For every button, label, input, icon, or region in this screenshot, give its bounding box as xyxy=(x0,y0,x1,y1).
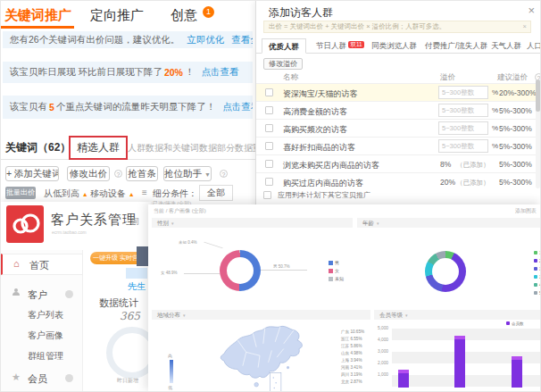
premium-input[interactable] xyxy=(438,121,488,135)
tab-creative[interactable]: 创意 xyxy=(171,7,197,24)
gender-panel: 性别▾ 未知 0.4% 女 48.9% 男 50.7% 男 女 未知 xyxy=(152,218,353,307)
sidebar-item-customer-profile[interactable]: 客户画像 xyxy=(28,329,63,342)
visualmap-gradient[interactable] xyxy=(170,360,173,383)
tab-targeted-promo[interactable]: 定向推广 xyxy=(90,7,144,24)
age-donut-chart xyxy=(425,251,466,292)
apply-checkbox[interactable] xyxy=(263,191,271,199)
panel-caret-icon: ▾ xyxy=(405,313,408,318)
sort-low-to-high[interactable]: 从低到高 ▲ xyxy=(44,188,88,200)
callout-unknown: 未知 0.4% xyxy=(179,240,197,245)
add-keyword-button[interactable]: + 添加关键词 xyxy=(5,166,59,181)
audience-table-header: 名称 溢价 建议溢价 ? xyxy=(256,72,541,83)
scrollbar-track[interactable] xyxy=(536,79,540,188)
south-china-sea-inset xyxy=(270,372,280,391)
tab-demographic-audience[interactable]: 人口属性人群 xyxy=(520,38,541,54)
crm-subtitle: ecrm.taobao.com xyxy=(52,229,87,235)
tab-similar-browse-audience[interactable]: 同类浏览人群 xyxy=(365,38,423,54)
click-view-link[interactable]: 点击查看 xyxy=(222,101,253,113)
panel-title: 地域分布 xyxy=(157,312,180,318)
legend-item[interactable]: 25-29岁 xyxy=(534,258,541,263)
filter-label: 细分条件： xyxy=(153,188,197,200)
province-rank-item: 浙江 6.55% xyxy=(341,337,362,341)
callout-line xyxy=(261,270,307,271)
row-checkbox[interactable] xyxy=(265,142,273,150)
row-checkbox[interactable] xyxy=(265,178,273,186)
legend-item[interactable]: 30-34岁 xyxy=(534,266,541,271)
premium-value: 20% xyxy=(440,178,455,187)
dismiss-icon[interactable]: × xyxy=(523,21,527,32)
keyword-section-tabs: 关键词（62） 精选人群 人群数据和关键词数据部分数据重合 xyxy=(1,135,255,160)
bid-formula-text: 出价 = 关键词出价 + 关键词出价 × 溢价比例；人群可多选。 xyxy=(269,22,445,30)
collapse-dot-icon[interactable] xyxy=(65,290,73,298)
modify-premium-button[interactable]: 修改溢价 xyxy=(263,58,303,70)
legend-item[interactable]: 18-24岁 xyxy=(534,250,541,255)
help-icon[interactable]: ? xyxy=(220,170,228,178)
scrollbar-thumb[interactable] xyxy=(536,79,540,112)
sidebar-item-members[interactable]: ★ 会员 xyxy=(1,368,83,389)
row-checkbox[interactable] xyxy=(265,124,273,132)
callout-male: 男 50.7% xyxy=(273,264,290,269)
tab-selected-audience[interactable]: 精选人群 xyxy=(69,136,128,160)
premium-input[interactable] xyxy=(438,104,488,117)
panel-header: 年龄▾ xyxy=(357,218,541,228)
modify-bid-button[interactable]: 修改出价 xyxy=(67,166,110,181)
row-checkbox[interactable] xyxy=(265,160,273,168)
sidebar-item-customer-list[interactable]: 客户列表 xyxy=(28,309,63,321)
drop-percent: 20% xyxy=(164,67,183,78)
bar-level-3 xyxy=(512,356,522,388)
row-checkbox[interactable] xyxy=(265,106,273,114)
help-icon[interactable]: ? xyxy=(114,170,122,178)
suggest-range: 5%-300% xyxy=(499,160,532,169)
callout-female: 女 48.9% xyxy=(161,271,178,275)
view-account-bids-link[interactable]: 查看全账户出价 xyxy=(231,34,253,46)
sidebar-item-home[interactable]: ⌂ 首页 xyxy=(1,254,83,275)
add-chart-button[interactable]: 添加图表 xyxy=(515,207,537,215)
legend-swatch xyxy=(534,275,537,279)
sidebar-item-group-management[interactable]: 群组管理 xyxy=(28,350,63,363)
click-view-link[interactable]: 点击查看 xyxy=(201,66,238,79)
legend-item[interactable]: 未知 xyxy=(329,276,344,281)
greeting-link[interactable]: 先生 xyxy=(128,280,146,293)
row-checkbox[interactable] xyxy=(265,88,273,96)
grab-first-button[interactable]: 抢首条 xyxy=(126,166,158,181)
legend-item[interactable]: 50岁以上 xyxy=(534,290,541,296)
tab-premium-audience[interactable]: 优质人群 xyxy=(262,38,306,54)
member-level-panel: 会员等级▾ 会员数 5,000 4,000 3,000 2,000 1,000 xyxy=(374,310,541,392)
legend-item[interactable]: 会员数 xyxy=(506,321,524,326)
premium-input[interactable] xyxy=(438,139,488,153)
sort-mobile-device[interactable]: 移动设备 ▲ xyxy=(90,188,135,200)
background-text-fragment: 词 xyxy=(131,216,139,228)
suggest-range: 5%-300% xyxy=(499,124,532,133)
home-icon: ⌂ xyxy=(13,258,20,269)
tab-paid-promo-audience[interactable]: 付费推广/流失人群 xyxy=(419,38,494,54)
legend-swatch xyxy=(534,291,537,295)
filter-icon: ≡ xyxy=(142,188,147,197)
visualmap-low-label: 低 xyxy=(168,385,172,390)
bulk-bid-button[interactable]: 批量出价 xyxy=(5,187,36,199)
filter-value-dropdown[interactable]: 全部 xyxy=(199,185,233,201)
col-name: 名称 xyxy=(283,72,298,83)
legend-swatch xyxy=(329,277,333,281)
rank-helper-button[interactable]: 抢位助手 ▼ xyxy=(163,166,212,181)
legend-item[interactable]: 男 xyxy=(329,260,339,265)
tab-festival-audience[interactable]: 节日人群 双11 xyxy=(310,38,370,54)
sidebar-item-customers[interactable]: 客户 xyxy=(1,284,83,305)
star-icon: ★ xyxy=(12,371,21,383)
legend-item[interactable]: 40-49岁 xyxy=(534,282,541,288)
province-rank-item: 江苏 5.86% xyxy=(341,344,362,348)
callout-line xyxy=(204,242,222,249)
close-icon[interactable]: × xyxy=(528,4,535,17)
legend-item[interactable]: 35-39岁 xyxy=(534,274,541,279)
collapse-dot-icon[interactable] xyxy=(65,374,73,382)
bar-cap xyxy=(398,370,409,373)
tab-keyword-promo[interactable]: 关键词推广 xyxy=(4,7,71,24)
tab-keywords[interactable]: 关键词（62） xyxy=(5,140,71,155)
legend-item[interactable]: 女 xyxy=(329,268,339,273)
percent-unit: % xyxy=(492,106,498,114)
table-row: 资深淘宝/天猫的访客 % 20%-300% xyxy=(256,83,537,101)
suggest-range: 5%-300% xyxy=(499,142,532,151)
premium-input[interactable] xyxy=(438,86,488,99)
optimize-now-link[interactable]: 立即优化 xyxy=(187,34,224,46)
audience-name: 高购买频次的访客 xyxy=(283,124,347,136)
legend-swatch xyxy=(534,251,537,254)
